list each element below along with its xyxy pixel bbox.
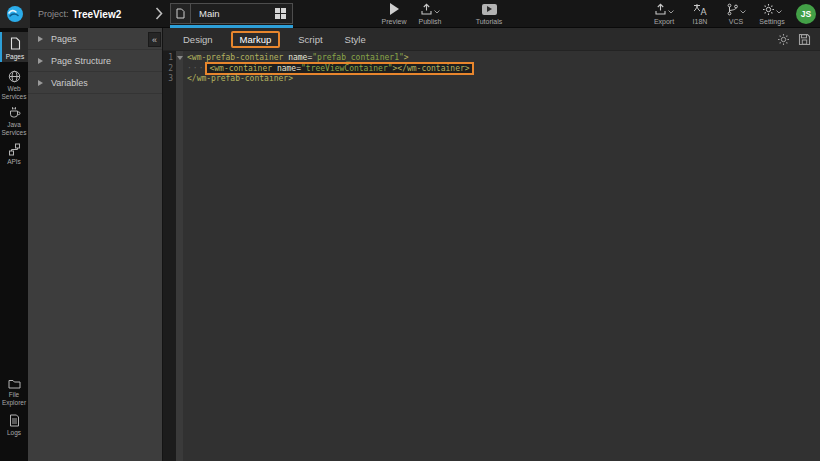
collapsed-arrow-icon	[38, 80, 43, 86]
panel-section-label: Pages	[51, 34, 77, 44]
preview-label: Preview	[382, 18, 407, 25]
pages-panel: Pages Page Structure Variables «	[28, 28, 163, 461]
chevron-down-icon	[434, 9, 440, 15]
rail-label: APIs	[7, 158, 21, 166]
tab-style[interactable]: Style	[341, 32, 370, 47]
code-token-str: "prefab_container1"	[312, 53, 404, 62]
chevron-down-icon	[668, 9, 674, 15]
play-icon	[390, 3, 399, 15]
code-token-str: "treeViewContainer"	[301, 64, 393, 73]
app-logo[interactable]	[0, 0, 30, 28]
rail-label: Pages	[6, 53, 24, 61]
panel-section-label: Variables	[51, 78, 88, 88]
page-tab-main[interactable]: Main	[170, 3, 293, 24]
rail-label: File Explorer	[0, 391, 28, 407]
panel-collapse-button[interactable]: «	[148, 32, 161, 47]
topbar-actions-left: Preview Publish Tutorials	[376, 2, 507, 25]
tutorials-button[interactable]: Tutorials	[474, 2, 504, 25]
editor-settings-gear-icon[interactable]	[777, 33, 790, 46]
preview-button[interactable]: Preview	[379, 2, 409, 25]
panel-section-page-structure[interactable]: Page Structure	[28, 50, 162, 72]
page-icon	[10, 36, 21, 51]
tab-design[interactable]: Design	[179, 32, 217, 47]
rail-label: Java Services	[0, 121, 28, 137]
rail-item-java-services[interactable]: Java Services	[0, 102, 28, 136]
rail-label: Logs	[7, 429, 21, 437]
project-label: Project:	[38, 9, 69, 19]
rail-item-web-services[interactable]: Web Services	[0, 66, 28, 100]
editor-region: Design Markup Script Style	[163, 28, 820, 461]
topbar-actions-right: Export A I18N	[646, 2, 816, 25]
project-breadcrumb: Project: TreeView2	[38, 0, 121, 28]
topbar: Project: TreeView2 Main Preview	[0, 0, 820, 28]
code-token-tag: <wm-container	[209, 64, 272, 73]
line-number-gutter	[163, 51, 176, 461]
line-number: 3	[163, 74, 176, 85]
code-token-attr: name	[272, 64, 296, 73]
settings-button[interactable]: Settings	[757, 2, 787, 25]
code-line[interactable]: 2···<wm-container name="treeViewContaine…	[163, 64, 820, 75]
coffee-cup-icon	[8, 106, 21, 119]
tab-markup[interactable]: Markup	[231, 31, 281, 48]
collapsed-arrow-icon	[38, 58, 43, 64]
vcs-button[interactable]: VCS	[721, 2, 751, 25]
wavemaker-studio-window: Project: TreeView2 Main Preview	[0, 0, 820, 461]
code-token-tag: </wm-prefab-container>	[187, 74, 293, 83]
i18n-label: I18N	[693, 18, 708, 25]
rail-item-apis[interactable]: APIs	[0, 138, 28, 166]
export-button[interactable]: Export	[649, 2, 679, 25]
user-avatar[interactable]: JS	[796, 4, 816, 24]
tab-script[interactable]: Script	[294, 32, 326, 47]
panel-section-variables[interactable]: Variables	[28, 72, 162, 94]
export-label: Export	[654, 18, 674, 25]
connector-icon	[8, 142, 21, 156]
markup-code-editor[interactable]: 1<wm-prefab-container name="prefab_conta…	[163, 51, 820, 461]
rail-item-pages[interactable]: Pages	[0, 32, 28, 62]
chevron-right-icon	[155, 7, 163, 20]
code-lines: 1<wm-prefab-container name="prefab_conta…	[163, 51, 820, 85]
whitespace-dots: ···	[187, 64, 204, 73]
project-name: TreeView2	[73, 9, 122, 20]
code-line-content: </wm-prefab-container>	[183, 74, 293, 85]
wavemaker-logo-icon	[6, 5, 24, 23]
vcs-label: VCS	[729, 18, 743, 25]
line-number: 2	[163, 64, 176, 75]
rail-item-logs[interactable]: Logs	[0, 409, 28, 437]
video-icon	[482, 4, 497, 15]
i18n-button[interactable]: A I18N	[685, 2, 715, 25]
chevron-down-icon	[740, 9, 746, 15]
svg-text:A: A	[701, 7, 708, 16]
grid-icon[interactable]	[275, 8, 286, 19]
chevron-down-icon	[776, 9, 782, 15]
page-tab-label: Main	[191, 8, 275, 19]
log-file-icon	[9, 413, 20, 427]
panel-section-pages[interactable]: Pages	[28, 28, 162, 50]
folder-icon	[8, 377, 21, 389]
branch-icon	[726, 3, 739, 16]
code-token-tag: >	[404, 53, 409, 62]
globe-icon	[8, 70, 21, 83]
upload-icon	[420, 3, 433, 16]
code-token-tag: <wm-prefab-container	[187, 53, 283, 62]
code-token-tag: ></wm-container>	[393, 64, 470, 73]
gear-icon	[762, 3, 775, 16]
editor-tabbar: Design Markup Script Style	[163, 28, 820, 51]
collapsed-arrow-icon	[38, 36, 43, 42]
save-icon[interactable]	[798, 33, 811, 46]
code-token-attr: name	[283, 53, 307, 62]
left-rail: Pages Web Services Java Services	[0, 28, 28, 461]
tutorials-label: Tutorials	[476, 18, 503, 25]
publish-button[interactable]: Publish	[415, 2, 445, 25]
rail-label: Web Services	[0, 85, 28, 101]
page-file-icon	[171, 4, 191, 23]
fold-arrow-icon[interactable]	[176, 56, 183, 60]
code-line[interactable]: 3</wm-prefab-container>	[163, 74, 820, 85]
translate-icon: A	[693, 3, 707, 16]
rail-item-file-explorer[interactable]: File Explorer	[0, 373, 28, 407]
panel-section-label: Page Structure	[51, 56, 111, 66]
line-number: 1	[163, 53, 176, 64]
settings-label: Settings	[759, 18, 784, 25]
upload-icon	[654, 3, 667, 16]
fold-gutter	[176, 51, 183, 461]
publish-label: Publish	[419, 18, 442, 25]
